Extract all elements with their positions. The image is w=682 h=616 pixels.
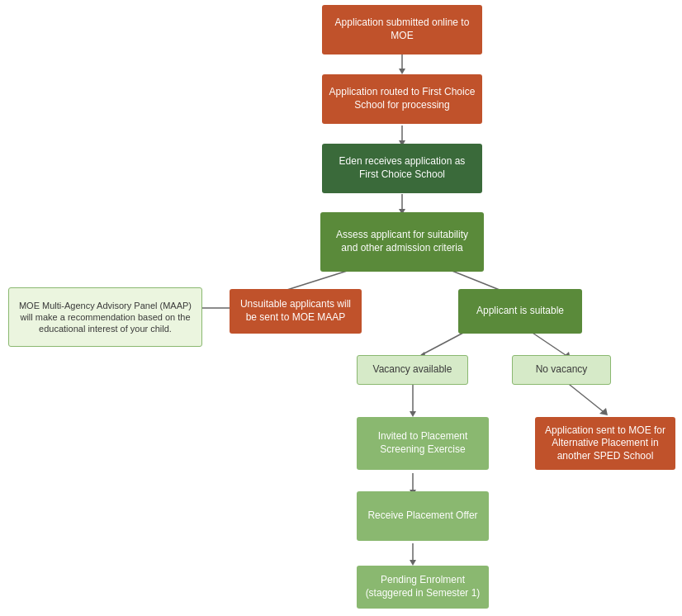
svg-marker-16	[410, 411, 416, 417]
unsuitable-box: Unsuitable applicants will be sent to MO…	[230, 289, 362, 334]
submit-box: Application submitted online to MOE	[322, 5, 482, 54]
eden-label: Eden receives application as First Choic…	[329, 155, 476, 181]
eden-box: Eden receives application as First Choic…	[322, 144, 482, 193]
route-box: Application routed to First Choice Schoo…	[322, 74, 482, 124]
alt-placement-label: Application sent to MOE for Alternative …	[542, 424, 669, 463]
assess-box: Assess applicant for suitability and oth…	[320, 212, 484, 272]
flowchart: Application submitted online to MOE Appl…	[0, 0, 682, 616]
suitable-box: Applicant is suitable	[458, 289, 582, 334]
suitable-label: Applicant is suitable	[476, 305, 564, 318]
placement-screen-box: Invited to Placement Screening Exercise	[357, 417, 489, 470]
submit-label: Application submitted online to MOE	[329, 17, 476, 42]
vacancy-label: Vacancy available	[373, 363, 452, 377]
moe-panel-label: MOE Multi-Agency Advisory Panel (MAAP) w…	[16, 300, 195, 335]
placement-screen-label: Invited to Placement Screening Exercise	[363, 430, 482, 456]
receive-offer-box: Receive Placement Offer	[357, 491, 489, 541]
vacancy-box: Vacancy available	[357, 355, 468, 385]
svg-marker-1	[399, 69, 405, 74]
svg-marker-22	[599, 408, 608, 415]
svg-line-21	[566, 381, 603, 411]
pending-enrol-label: Pending Enrolment (staggered in Semester…	[363, 574, 482, 599]
svg-marker-20	[410, 560, 416, 566]
moe-panel-box: MOE Multi-Agency Advisory Panel (MAAP) w…	[8, 287, 202, 347]
no-vacancy-box: No vacancy	[512, 355, 611, 385]
alt-placement-box: Application sent to MOE for Alternative …	[535, 417, 675, 470]
receive-offer-label: Receive Placement Offer	[367, 509, 477, 523]
no-vacancy-label: No vacancy	[536, 363, 588, 377]
route-label: Application routed to First Choice Schoo…	[329, 86, 476, 111]
assess-label: Assess applicant for suitability and oth…	[327, 229, 477, 254]
unsuitable-label: Unsuitable applicants will be sent to MO…	[236, 298, 355, 324]
pending-enrol-box: Pending Enrolment (staggered in Semester…	[357, 566, 489, 609]
